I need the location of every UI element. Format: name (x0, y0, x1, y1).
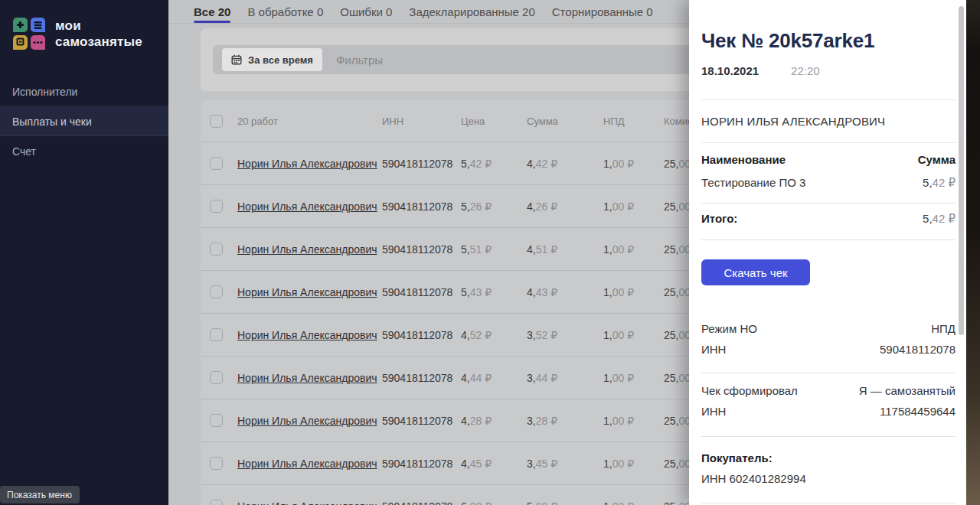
row-checkbox-cell (210, 414, 237, 427)
price-cell: 4,52 ₽ (461, 329, 527, 341)
contractor-link[interactable]: Норин Илья Александрович (237, 372, 377, 384)
filters-button[interactable]: Фильтры (336, 54, 383, 67)
header-works: 20 работ (237, 116, 382, 127)
contractor-link[interactable]: Норин Илья Александрович (237, 415, 377, 427)
row-checkbox-cell (210, 500, 237, 505)
contractor-cell: Норин Илья Александрович (237, 415, 382, 427)
row-checkbox-cell (210, 457, 237, 470)
price-cell: 4,28 ₽ (461, 415, 527, 427)
npd-cell: 1,00 ₽ (603, 286, 664, 298)
price-cell: 4,45 ₽ (461, 458, 527, 470)
inn-cell: 590418112078 (382, 200, 461, 213)
contractor-link[interactable]: Норин Илья Александрович (237, 200, 377, 213)
sidebar-item-account[interactable]: Счет (0, 136, 168, 166)
formed-by-value: Я — самозанятый (859, 380, 956, 401)
period-button-label: За все время (248, 54, 313, 66)
inn-cell: 590418112078 (382, 243, 461, 256)
receipt-datetime: 18.10.2021 22:20 (701, 64, 956, 77)
row-checkbox[interactable] (210, 200, 223, 213)
period-button[interactable]: За все время (222, 48, 322, 71)
items-header-sum: Сумма (918, 153, 956, 166)
price-cell: 5,43 ₽ (461, 286, 527, 298)
tax-info-group: Режим НО НПД ИНН 590418112078 (701, 318, 956, 360)
tab-declared[interactable]: Задекларированные 20 (409, 0, 534, 23)
app-logo: мои самозанятые (0, 0, 168, 50)
row-checkbox[interactable] (210, 371, 223, 384)
total-sum: 5,42 ₽ (923, 212, 956, 226)
show-menu-tooltip: Показать меню (0, 486, 80, 503)
row-checkbox[interactable] (210, 328, 223, 341)
tab-all[interactable]: Все 20 (194, 0, 230, 23)
formed-inn-row: ИНН 117584459644 (701, 401, 956, 422)
background-strip (966, 0, 980, 505)
row-checkbox[interactable] (210, 457, 223, 470)
tax-mode-value: НПД (931, 318, 956, 339)
item-sum: 5,42 ₽ (923, 176, 956, 190)
row-checkbox[interactable] (210, 243, 223, 256)
tab-processing[interactable]: В обработке 0 (247, 0, 323, 23)
contractor-cell: Норин Илья Александрович (237, 500, 382, 505)
contractor-link[interactable]: Норин Илья Александрович (237, 500, 377, 505)
npd-cell: 1,00 ₽ (603, 415, 664, 427)
contractor-cell: Норин Илья Александрович (237, 200, 382, 213)
row-checkbox-cell (210, 328, 237, 341)
contractor-link[interactable]: Норин Илья Александрович (237, 286, 377, 298)
contractor-link[interactable]: Норин Илья Александрович (237, 243, 377, 256)
row-checkbox-cell (210, 243, 237, 256)
drawer-scrollbar[interactable] (959, 6, 964, 335)
header-npd: НПД (603, 116, 664, 127)
inn-cell: 590418112078 (382, 415, 461, 427)
row-checkbox[interactable] (210, 157, 223, 170)
inn-cell: 590418112078 (382, 500, 461, 505)
header-inn: ИНН (382, 116, 461, 127)
price-cell: 4,44 ₽ (461, 372, 527, 384)
sidebar-item-payments[interactable]: Выплаты и чеки (0, 106, 168, 136)
row-checkbox[interactable] (210, 500, 223, 505)
formed-by-row: Чек сформировал Я — самозанятый (701, 380, 956, 401)
logo-icon (12, 17, 46, 50)
header-sum: Сумма (527, 116, 603, 127)
contractor-cell: Норин Илья Александрович (237, 458, 382, 470)
contractor-cell: Норин Илья Александрович (237, 372, 382, 384)
tax-inn-value: 590418112078 (880, 339, 956, 360)
row-checkbox-cell (210, 371, 237, 384)
contractor-link[interactable]: Норин Илья Александрович (237, 158, 377, 170)
inn-cell: 590418112078 (382, 286, 461, 298)
buyer-inn: ИНН 602401282994 (701, 468, 956, 489)
sum-cell: 3,44 ₽ (527, 372, 603, 384)
sidebar: мои самозанятые Исполнители Выплаты и че… (0, 0, 168, 505)
contractor-cell: Норин Илья Александрович (237, 286, 382, 298)
receipt-recipient: НОРИН ИЛЬЯ АЛЕКСАНДРОВИЧ (701, 115, 956, 128)
price-cell: 6,08 ₽ (461, 500, 527, 505)
inn-cell: 590418112078 (382, 158, 461, 170)
sum-cell: 3,52 ₽ (527, 329, 603, 341)
receipt-total-row: Итого: 5,42 ₽ (701, 212, 956, 226)
items-header-name: Наименование (701, 153, 786, 166)
tab-reversed[interactable]: Сторнированные 0 (552, 0, 653, 23)
sidebar-nav: Исполнители Выплаты и чеки Счет (0, 77, 168, 166)
tab-errors[interactable]: Ошибки 0 (340, 0, 392, 23)
formed-inn-value: 117584459644 (880, 401, 956, 422)
sum-cell: 5,08 ₽ (527, 500, 603, 505)
row-checkbox[interactable] (210, 414, 223, 427)
receipt-items-header: Наименование Сумма (701, 153, 956, 166)
row-checkbox[interactable] (210, 285, 223, 298)
download-receipt-button[interactable]: Скачать чек (701, 259, 810, 285)
buyer-group: Покупатель: ИНН 602401282994 (701, 448, 956, 489)
contractor-cell: Норин Илья Александрович (237, 158, 382, 170)
inn-cell: 590418112078 (382, 372, 461, 384)
npd-cell: 1,00 ₽ (603, 458, 664, 470)
select-all-checkbox[interactable] (210, 115, 223, 128)
contractor-link[interactable]: Норин Илья Александрович (237, 458, 377, 470)
npd-cell: 1,00 ₽ (603, 243, 664, 256)
contractor-link[interactable]: Норин Илья Александрович (237, 329, 377, 341)
sidebar-item-executors[interactable]: Исполнители (0, 77, 168, 106)
total-label: Итого: (701, 212, 737, 225)
sum-cell: 3,45 ₽ (527, 458, 603, 470)
price-cell: 5,26 ₽ (461, 200, 527, 213)
tax-inn-label: ИНН (701, 339, 726, 360)
tax-inn-row: ИНН 590418112078 (701, 339, 956, 360)
npd-cell: 1,00 ₽ (603, 200, 664, 213)
row-checkbox-cell (210, 285, 237, 298)
row-checkbox-cell (210, 200, 237, 213)
